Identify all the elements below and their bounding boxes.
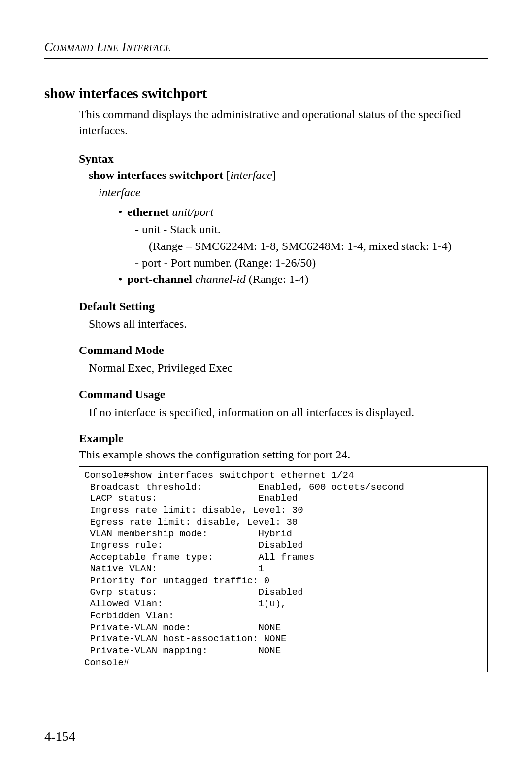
- unit-range: (Range – SMC6224M: 1-8, SMC6248M: 1-4, m…: [149, 238, 488, 255]
- ethernet-arg: unit/port: [172, 206, 213, 218]
- example-intro: This example shows the configuration set…: [79, 448, 488, 461]
- interface-label: interface: [99, 186, 488, 199]
- unit-subitem: unit - Stack unit.: [135, 221, 488, 238]
- syntax-heading: Syntax: [79, 152, 488, 166]
- command-usage-heading: Command Usage: [79, 388, 488, 401]
- syntax-command: show interfaces switchport: [89, 169, 223, 181]
- command-description: This command displays the administrative…: [79, 106, 488, 139]
- header-rule: [44, 58, 488, 59]
- syntax-argument: interface: [230, 169, 272, 181]
- command-title: show interfaces switchport: [44, 85, 488, 102]
- ethernet-keyword: ethernet: [127, 206, 169, 218]
- page-header: Command Line Interface: [44, 40, 488, 54]
- portchannel-arg: channel-id: [195, 273, 246, 285]
- syntax-options-list: ethernet unit/port unit - Stack unit. (R…: [118, 204, 488, 288]
- example-heading: Example: [79, 432, 488, 445]
- port-subitem: port - Port number. (Range: 1-26/50): [135, 255, 488, 272]
- page-number: 4-154: [44, 729, 75, 744]
- default-setting-text: Shows all interfaces.: [89, 316, 488, 332]
- ethernet-option: ethernet unit/port: [118, 204, 488, 221]
- document-page: Command Line Interface show interfaces s…: [0, 0, 532, 702]
- portchannel-keyword: port-channel: [127, 273, 192, 285]
- default-setting-heading: Default Setting: [79, 300, 488, 313]
- portchannel-option: port-channel channel-id (Range: 1-4): [118, 271, 488, 288]
- command-mode-text: Normal Exec, Privileged Exec: [89, 360, 488, 376]
- syntax-bracket-close: ]: [272, 169, 276, 181]
- console-output: Console#show interfaces switchport ether…: [79, 466, 488, 672]
- command-usage-text: If no interface is specified, informatio…: [89, 404, 488, 420]
- command-mode-heading: Command Mode: [79, 344, 488, 357]
- syntax-line: show interfaces switchport [interface]: [89, 169, 488, 182]
- portchannel-range: (Range: 1-4): [246, 273, 309, 285]
